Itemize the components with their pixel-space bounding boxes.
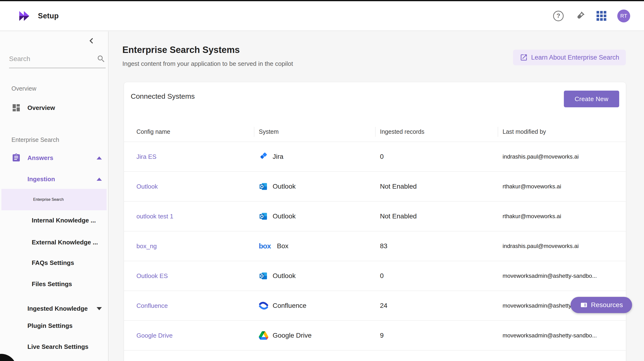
config-link[interactable]: outlook test 1 xyxy=(136,213,174,220)
sidebar-item-overview[interactable]: Overview xyxy=(0,100,108,116)
google-drive-icon xyxy=(259,331,268,340)
collapse-sidebar-icon[interactable] xyxy=(87,37,96,45)
sidebar-item-live-search-settings[interactable]: Live Search Settings xyxy=(0,339,108,354)
sidebar-item-ingested-knowledge[interactable]: Ingested Knowledge xyxy=(0,301,108,316)
config-link[interactable]: Google Drive xyxy=(136,332,173,339)
sidebar-item-label: Plugin Settings xyxy=(28,322,72,330)
table-row: Confluence Confluence 24 moveworksadmin@… xyxy=(124,291,626,321)
sidebar-item-label: Ingested Knowledge xyxy=(28,305,88,312)
column-header-system: System xyxy=(254,122,375,142)
expand-down-icon[interactable] xyxy=(96,307,102,310)
top-edge-strip xyxy=(0,0,644,1)
config-link[interactable]: Confluence xyxy=(136,302,168,310)
system-name: Outlook xyxy=(273,183,296,190)
test-tube-icon[interactable] xyxy=(574,10,586,22)
last-modified-by: rthakur@moveworks.ai xyxy=(498,213,626,220)
jira-icon xyxy=(259,152,268,162)
system-name: Box xyxy=(277,242,288,250)
system-name: Outlook xyxy=(273,212,296,220)
ingested-records-value: 24 xyxy=(380,302,387,310)
collapse-up-icon[interactable] xyxy=(96,156,102,160)
system-name: Confluence xyxy=(273,302,306,310)
sidebar-item-label: External Knowledge ... xyxy=(32,239,98,246)
clipboard-icon xyxy=(12,153,21,162)
sidebar-item-label: Files Settings xyxy=(32,280,72,288)
last-modified-by: moveworksadmin@ashetty-sandbo... xyxy=(498,332,626,339)
confluence-icon xyxy=(259,301,268,310)
dashboard-icon xyxy=(12,103,21,112)
config-link[interactable]: Jira ES xyxy=(136,153,156,160)
search-input[interactable] xyxy=(9,55,86,63)
brand: Setup xyxy=(18,10,59,22)
learn-about-button[interactable]: Learn About Enterprise Search xyxy=(513,50,626,65)
last-modified-by: moveworksadmin@ashetty-sandbo... xyxy=(498,272,626,279)
sidebar: Overview Overview Enterprise Search Answ… xyxy=(0,32,108,361)
last-modified-by: rthakur@moveworks.ai xyxy=(498,183,626,190)
app-title: Setup xyxy=(38,12,59,20)
resources-book-icon xyxy=(580,301,588,309)
outlook-icon xyxy=(259,182,268,191)
config-link[interactable]: Outlook xyxy=(136,183,158,190)
section-label-overview: Overview xyxy=(12,85,36,92)
sidebar-item-plugin-settings[interactable]: Plugin Settings xyxy=(0,318,108,333)
table-header: Config name System Ingested records Last… xyxy=(124,122,626,142)
sidebar-item-label: Enterprise Search xyxy=(33,198,64,202)
column-header-config-name: Config name xyxy=(136,122,254,142)
topbar-actions: ? RT xyxy=(553,10,630,22)
sidebar-item-files-settings[interactable]: Files Settings xyxy=(0,276,108,292)
ingested-records-value: Not Enabled xyxy=(380,212,417,220)
last-modified-by: indrashis.paul@moveworks.ai xyxy=(498,243,626,250)
outlook-icon xyxy=(259,212,268,221)
ingested-records-value: 0 xyxy=(380,153,384,160)
section-label-enterprise-search: Enterprise Search xyxy=(12,136,59,143)
external-link-icon xyxy=(520,54,528,62)
sidebar-item-ingestion[interactable]: Ingestion xyxy=(0,172,108,187)
sidebar-item-label: Overview xyxy=(28,104,55,112)
search-icon xyxy=(96,54,106,64)
table-row: outlook test 1 Outlook Not Enabled rthak… xyxy=(124,202,626,231)
resources-button[interactable]: Resources xyxy=(570,297,632,313)
ingested-records-value: Not Enabled xyxy=(380,183,417,190)
table-row: Google Drive Google Drive 9 moveworksadm… xyxy=(124,321,626,350)
outlook-icon xyxy=(259,271,268,281)
column-header-last-modified-by: Last modified by xyxy=(498,122,626,142)
apps-grid-icon[interactable] xyxy=(596,11,606,21)
table-row: Outlook Outlook Not Enabled rthakur@move… xyxy=(124,172,626,202)
collapse-up-icon[interactable] xyxy=(96,178,102,181)
sidebar-item-label: Internal Knowledge ... xyxy=(32,217,96,224)
system-name: Outlook xyxy=(273,272,296,280)
sidebar-item-label: Answers xyxy=(28,154,53,162)
table-row: Outlook ES Outlook 0 moveworksadmin@ashe… xyxy=(124,261,626,291)
moveworks-logo-icon xyxy=(18,10,32,22)
box-icon: box xyxy=(259,242,273,250)
column-header-ingested-records: Ingested records xyxy=(375,122,498,142)
sidebar-item-label: Live Search Settings xyxy=(28,343,88,350)
panel-heading: Connected Systems xyxy=(131,92,195,100)
table-row: Jira ES Jira 0 indrashis.paul@moveworks.… xyxy=(124,142,626,172)
ingested-records-value: 9 xyxy=(380,332,384,339)
avatar[interactable]: RT xyxy=(617,10,630,22)
resources-label: Resources xyxy=(591,301,623,309)
sidebar-item-external-knowledge[interactable]: External Knowledge ... xyxy=(0,235,108,250)
help-glyph: ? xyxy=(556,12,560,20)
last-modified-by: indrashis.paul@moveworks.ai xyxy=(498,153,626,160)
system-name: Jira xyxy=(273,153,283,160)
sidebar-item-label: Ingestion xyxy=(28,176,55,183)
topbar: Setup ? RT xyxy=(0,1,644,31)
system-name: Google Drive xyxy=(273,332,312,339)
sidebar-item-faqs-settings[interactable]: FAQs Settings xyxy=(0,255,108,270)
sidebar-item-label: FAQs Settings xyxy=(32,259,74,266)
config-link[interactable]: box_ng xyxy=(136,242,157,250)
ingested-records-value: 83 xyxy=(380,242,387,250)
create-new-button[interactable]: Create New xyxy=(564,90,619,107)
help-icon[interactable]: ? xyxy=(553,11,564,21)
page-subtitle: Ingest content from your application to … xyxy=(122,60,293,68)
sidebar-item-enterprise-search-selected[interactable]: Enterprise Search xyxy=(2,189,106,210)
table-row: box_ng box Box 83 indrashis.paul@movewor… xyxy=(124,231,626,261)
sidebar-item-answers[interactable]: Answers xyxy=(0,150,108,166)
page-title: Enterprise Search Systems xyxy=(122,45,240,55)
search-field[interactable] xyxy=(9,50,106,68)
ingested-records-value: 0 xyxy=(380,272,384,280)
config-link[interactable]: Outlook ES xyxy=(136,272,168,280)
sidebar-item-internal-knowledge[interactable]: Internal Knowledge ... xyxy=(0,213,108,228)
